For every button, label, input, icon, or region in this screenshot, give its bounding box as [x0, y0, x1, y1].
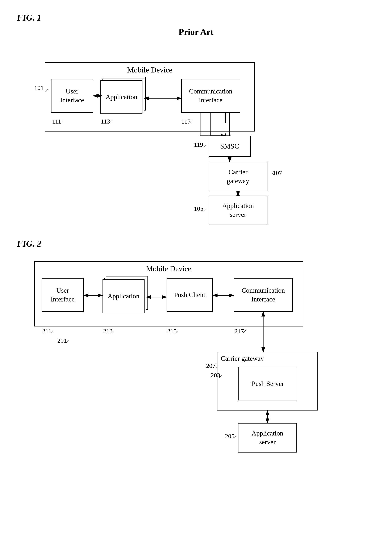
fig2-application-stack: Application [103, 276, 151, 314]
fig1-section: FIG. 1 Prior Art [17, 13, 375, 218]
fig1-subtitle: Prior Art [17, 27, 375, 37]
fig1-carrier-gateway: Carrier gateway [209, 162, 267, 191]
fig2-mobile-device-label: Mobile Device [35, 262, 303, 273]
fig2-user-interface: User Interface [42, 278, 84, 312]
fig2-title: FIG. 2 [17, 239, 375, 249]
fig1-user-interface: User Interface [51, 79, 93, 113]
fig2-app-server: Application server [238, 423, 297, 453]
fig1-ref105: 105 [194, 205, 203, 212]
fig2-comm-interface: Communication Interface [234, 278, 293, 312]
fig2-push-server: Push Server [238, 367, 297, 400]
fig1-mobile-device-label: Mobile Device [45, 63, 254, 74]
fig1-smsc: SMSC [209, 136, 251, 157]
fig1-ref119: 119 [194, 141, 203, 148]
fig1-diagram: Mobile Device 101 ⟋ User Interface Appli… [28, 45, 364, 218]
fig1-title: FIG. 1 [17, 13, 375, 23]
fig1-ref101-tick: ⟋ [44, 87, 49, 94]
fig2-section: FIG. 2 Mobile Device User Interface Appl… [17, 239, 375, 448]
fig2-carrier-gateway-box: Carrier gateway Push Server [217, 352, 318, 411]
fig2-carrier-gateway-label: Carrier gateway [221, 355, 264, 362]
fig1-ref101: 101 [34, 84, 44, 91]
fig1-application-stack: Application [100, 77, 147, 115]
fig2-diagram: Mobile Device User Interface Application… [28, 255, 364, 448]
fig1-comm-interface: Communication interface [181, 79, 240, 113]
fig1-app-server: Application server [209, 195, 267, 225]
fig2-push-client: Push Client [167, 278, 213, 312]
